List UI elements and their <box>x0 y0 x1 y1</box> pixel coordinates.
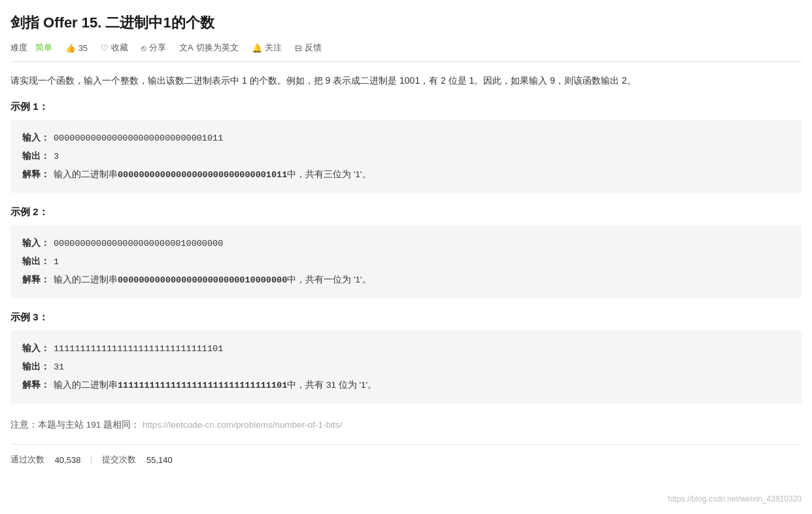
example2-input-row: 输入： 00000000000000000000000010000000 <box>22 234 790 252</box>
example1-input-value: 00000000000000000000000000001011 <box>54 129 223 147</box>
example2-box: 输入： 00000000000000000000000010000000 输出：… <box>10 225 802 298</box>
example2-output-label: 输出： <box>22 252 51 270</box>
example1-explain-code: 00000000000000000000000000001011 <box>118 166 287 184</box>
watermark: https://blog.csdn.net/weixin_43910320 <box>668 494 802 504</box>
follow-label: 关注 <box>265 42 282 54</box>
example2-title: 示例 2： <box>10 206 802 218</box>
example2-explain-label: 解释： <box>22 271 51 288</box>
example3-explain-suffix: 中，共有 31 位为 '1'。 <box>287 376 377 394</box>
like-icon: 👍 <box>65 43 76 53</box>
example3-box: 输入： 11111111111111111111111111111101 输出：… <box>10 330 802 403</box>
share-icon: ⎋ <box>141 43 146 53</box>
pass-value: 40,538 <box>55 455 81 465</box>
example3-explain-prefix: 输入的二进制串 <box>54 376 118 394</box>
pass-stats: 通过次数 40,538 <box>10 454 80 466</box>
problem-description: 请实现一个函数，输入一个整数，输出该数二进制表示中 1 的个数。例如，把 9 表… <box>10 73 802 89</box>
translate-label: 切换为英文 <box>196 42 239 54</box>
difficulty-item: 难度 简单 <box>10 42 52 54</box>
note-section: 注意：本题与主站 191 题相同： https://leetcode-cn.co… <box>10 419 802 431</box>
page-title: 剑指 Offer 15. 二进制中1的个数 <box>10 13 802 33</box>
example2-explain-suffix: 中，共有一位为 '1'。 <box>287 271 371 288</box>
like-count: 35 <box>78 43 88 53</box>
example1-output-row: 输出： 3 <box>22 147 790 165</box>
example2-explain-row: 解释： 输入的二进制串 0000000000000000000000001000… <box>22 271 790 289</box>
stats-bar: 通过次数 40,538 提交次数 55,140 <box>10 444 802 466</box>
submit-label: 提交次数 <box>102 454 136 466</box>
example3-explain-row: 解释： 输入的二进制串 1111111111111111111111111111… <box>22 376 790 394</box>
translate-button[interactable]: 文A 切换为英文 <box>179 42 239 54</box>
example2-output-row: 输出： 1 <box>22 252 790 271</box>
collect-label: 收藏 <box>111 42 128 54</box>
example1-box: 输入： 00000000000000000000000000001011 输出：… <box>10 120 802 193</box>
translate-icon: 文A <box>179 42 194 54</box>
share-label: 分享 <box>149 42 166 54</box>
feedback-label: 反馈 <box>305 42 322 54</box>
submit-value: 55,140 <box>146 455 173 465</box>
example3-input-label: 输入： <box>22 339 51 357</box>
difficulty-value: 简单 <box>35 42 52 54</box>
example1-explain-label: 解释： <box>22 165 51 183</box>
example2-input-label: 输入： <box>22 234 51 252</box>
example1-explain-suffix: 中，共有三位为 '1'。 <box>287 165 371 183</box>
note-prefix: 注意：本题与主站 191 题相同： <box>10 420 140 430</box>
note-link[interactable]: https://leetcode-cn.com/problems/number-… <box>143 420 342 430</box>
example3-input-row: 输入： 11111111111111111111111111111101 <box>22 339 790 358</box>
bell-icon: 🔔 <box>252 43 262 53</box>
feedback-button[interactable]: ⊟ 反馈 <box>295 42 322 54</box>
example3-output-row: 输出： 31 <box>22 358 790 376</box>
feedback-icon: ⊟ <box>295 43 302 53</box>
toolbar: 难度 简单 👍 35 ♡ 收藏 ⎋ 分享 文A 切换为英文 🔔 关注 ⊟ 反馈 <box>10 42 802 62</box>
example1-input-label: 输入： <box>22 129 51 146</box>
heart-icon: ♡ <box>101 43 109 53</box>
example1-output-label: 输出： <box>22 147 51 165</box>
example1-input-row: 输入： 00000000000000000000000000001011 <box>22 129 790 147</box>
example3-title: 示例 3： <box>10 311 802 324</box>
like-button[interactable]: 👍 35 <box>65 43 88 53</box>
example2-output-value: 1 <box>54 253 59 271</box>
example1-title: 示例 1： <box>10 101 802 113</box>
example1-explain-row: 解释： 输入的二进制串 0000000000000000000000000000… <box>22 165 790 184</box>
example2-explain-code: 00000000000000000000000010000000 <box>118 271 287 289</box>
pass-label: 通过次数 <box>10 454 44 466</box>
example1-explain-prefix: 输入的二进制串 <box>54 165 118 183</box>
difficulty-label: 难度 <box>10 42 27 54</box>
example3-output-label: 输出： <box>22 358 51 375</box>
stats-divider <box>91 455 92 464</box>
submit-stats: 提交次数 55,140 <box>102 454 172 466</box>
example3-output-value: 31 <box>54 358 64 376</box>
example3-explain-code: 11111111111111111111111111111101 <box>118 377 287 394</box>
collect-button[interactable]: ♡ 收藏 <box>101 42 128 54</box>
example3-explain-label: 解释： <box>22 376 51 394</box>
example2-input-value: 00000000000000000000000010000000 <box>54 235 223 252</box>
example2-explain-prefix: 输入的二进制串 <box>54 271 118 288</box>
follow-button[interactable]: 🔔 关注 <box>252 42 282 54</box>
example1-output-value: 3 <box>54 148 59 165</box>
share-button[interactable]: ⎋ 分享 <box>141 42 166 54</box>
example3-input-value: 11111111111111111111111111111101 <box>54 340 223 358</box>
